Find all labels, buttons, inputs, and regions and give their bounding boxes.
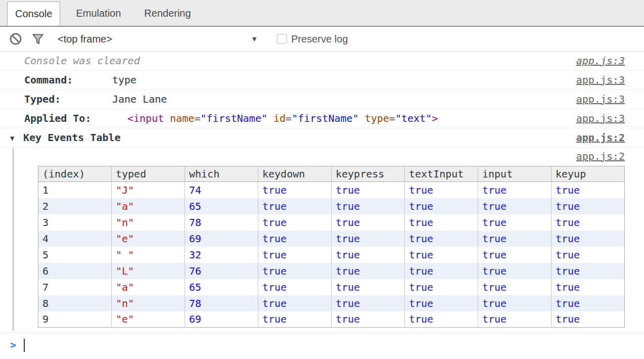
frame-context-select[interactable]: <top frame> ▼ xyxy=(58,33,258,45)
table-cell: "e" xyxy=(112,311,185,328)
column-header[interactable]: (index) xyxy=(38,166,112,182)
element-token: type xyxy=(365,112,389,124)
table-row: 4"e"69truetruetruetruetrue xyxy=(38,231,625,247)
table-cell: 69 xyxy=(185,311,258,328)
table-cell: 74 xyxy=(185,182,258,198)
console-message-typed: Typed:Jane Lane app.js:3 xyxy=(0,90,644,109)
table-cell: true xyxy=(478,311,551,328)
table-cell: true xyxy=(478,214,551,231)
table-cell: true xyxy=(258,231,332,247)
table-cell: 8 xyxy=(38,295,112,311)
tab-emulation[interactable]: Emulation xyxy=(68,2,128,26)
table-cell: 78 xyxy=(185,295,258,311)
table-row: 5" "32truetruetruetruetrue xyxy=(38,247,625,263)
table-cell: true xyxy=(551,295,625,311)
console-group-key-events[interactable]: ▼Key Events Table app.js:2 xyxy=(0,128,644,148)
column-header[interactable]: which xyxy=(185,166,258,182)
disclosure-triangle-icon[interactable]: ▼ xyxy=(10,129,23,148)
element-token: > xyxy=(432,112,438,124)
table-cell: true xyxy=(405,247,478,263)
console-prompt[interactable]: > xyxy=(0,333,644,359)
table-cell: true xyxy=(551,182,625,198)
element-token: "firstName" xyxy=(292,112,358,124)
preserve-log-label[interactable]: Preserve log xyxy=(291,33,348,45)
element-token xyxy=(267,112,273,124)
table-cell: 3 xyxy=(38,214,112,231)
group-content: app.js:2 (index)typedwhichkeydownkeypres… xyxy=(0,148,644,333)
column-header[interactable]: keydown xyxy=(258,166,332,182)
table-cell: true xyxy=(478,247,551,263)
table-cell: "J" xyxy=(112,182,185,198)
table-cell: true xyxy=(551,311,625,328)
console-message-applied-to: Applied To:<input name="firstName" id="f… xyxy=(0,109,644,128)
table-cell: 65 xyxy=(185,279,258,295)
applied-to-element[interactable]: <input name="firstName" id="firstName" t… xyxy=(127,112,438,124)
table-cell: true xyxy=(405,214,478,231)
column-header[interactable]: keypress xyxy=(332,166,405,182)
table-cell: "a" xyxy=(112,198,185,214)
table-cell: true xyxy=(258,279,332,295)
clear-console-icon[interactable] xyxy=(9,32,22,46)
element-token: = xyxy=(389,112,395,124)
table-row: 9"e"69truetruetruetruetrue xyxy=(38,311,625,328)
column-header[interactable]: textInput xyxy=(405,166,478,182)
table-cell: true xyxy=(478,279,551,295)
table-cell: true xyxy=(478,295,551,311)
table-cell: true xyxy=(332,279,405,295)
source-link[interactable]: app.js:2 xyxy=(576,128,625,147)
table-row: 3"n"78truetruetruetruetrue xyxy=(38,214,625,231)
column-header[interactable]: typed xyxy=(112,166,185,182)
table-cell: true xyxy=(258,311,332,328)
typed-value: Jane Lane xyxy=(112,93,167,105)
table-cell: 7 xyxy=(38,279,112,295)
table-cell: "e" xyxy=(112,231,185,247)
tab-bar: Console Emulation Rendering xyxy=(0,0,644,27)
source-link[interactable]: app.js:3 xyxy=(576,109,625,128)
frame-context-value: <top frame> xyxy=(58,33,112,45)
table-cell: true xyxy=(478,231,551,247)
table-row: 7"a"65truetruetruetruetrue xyxy=(38,279,625,295)
prompt-chevron-icon: > xyxy=(10,339,16,351)
table-cell: 5 xyxy=(38,247,112,263)
table-cell: true xyxy=(405,198,478,214)
source-link[interactable]: app.js:3 xyxy=(576,52,625,70)
source-link[interactable]: app.js:3 xyxy=(576,90,625,109)
table-cell: 4 xyxy=(38,231,112,247)
table-cell: true xyxy=(405,231,478,247)
console-cleared-text: Console was cleared xyxy=(24,55,140,67)
source-link[interactable]: app.js:2 xyxy=(576,148,625,165)
table-cell: true xyxy=(551,214,625,231)
key-events-table: (index)typedwhichkeydownkeypresstextInpu… xyxy=(38,166,625,328)
column-header[interactable]: input xyxy=(478,166,551,182)
element-token: id xyxy=(273,112,286,124)
table-cell: true xyxy=(332,231,405,247)
table-cell: true xyxy=(258,263,332,279)
filter-icon[interactable] xyxy=(31,32,44,46)
table-cell: true xyxy=(551,247,625,263)
table-cell: 65 xyxy=(185,198,258,214)
table-cell: true xyxy=(332,214,405,231)
typed-label: Typed: xyxy=(24,90,112,109)
table-cell: true xyxy=(258,247,332,263)
devtools-console-panel: Console Emulation Rendering <top frame> … xyxy=(0,0,644,359)
table-cell: true xyxy=(258,198,332,214)
command-label: Command: xyxy=(24,71,112,89)
tab-rendering[interactable]: Rendering xyxy=(136,2,198,26)
group-title: Key Events Table xyxy=(23,131,121,144)
table-cell: true xyxy=(332,295,405,311)
table-header-row: (index)typedwhichkeydownkeypresstextInpu… xyxy=(38,166,625,182)
table-cell: true xyxy=(405,263,478,279)
element-token: name xyxy=(170,112,194,124)
element-token xyxy=(164,112,170,124)
source-link[interactable]: app.js:3 xyxy=(576,71,625,89)
tab-console[interactable]: Console xyxy=(7,2,60,26)
table-cell: true xyxy=(405,279,478,295)
table-cell: "L" xyxy=(112,263,185,279)
applied-to-label: Applied To: xyxy=(24,109,112,128)
console-message-cleared: Console was cleared app.js:3 xyxy=(0,52,644,71)
column-header[interactable]: keyup xyxy=(551,166,625,182)
table-row: 1"J"74truetruetruetruetrue xyxy=(38,182,625,198)
preserve-log-checkbox[interactable] xyxy=(277,34,287,44)
table-cell: true xyxy=(332,198,405,214)
table-cell: 78 xyxy=(185,214,258,231)
